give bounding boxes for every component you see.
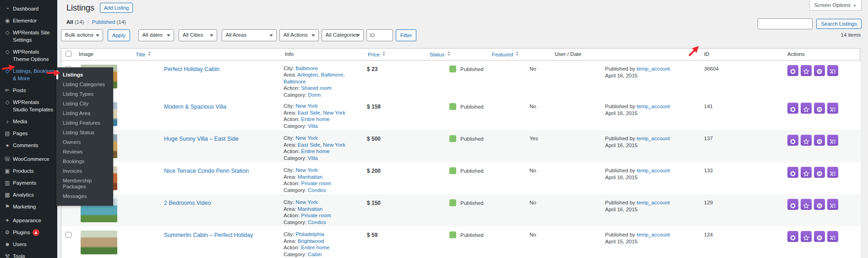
area-link[interactable]: Brightwood (298, 238, 324, 244)
sidebar-item-payments[interactable]: ▥Payments (0, 177, 57, 189)
row-action-star-button[interactable] (801, 65, 812, 76)
area-link[interactable]: Manhattan (298, 174, 322, 180)
apply-button[interactable]: Apply (108, 29, 130, 41)
row-action-percent-button[interactable] (827, 231, 838, 242)
search-listings-button[interactable]: Search Listings (816, 19, 862, 29)
row-action-percent-button[interactable] (827, 65, 838, 76)
screen-options-button[interactable]: Screen Options▼ (809, 0, 862, 11)
category-link[interactable]: Condos (308, 187, 326, 193)
all-dates-select[interactable]: All dates (138, 29, 174, 41)
row-action-ring-button[interactable] (787, 167, 798, 178)
action-link[interactable]: Shared room (301, 85, 331, 91)
column-header-price[interactable]: Price (362, 49, 424, 60)
all-cities-select[interactable]: All Cities (179, 29, 217, 41)
select-all-checkbox[interactable] (66, 51, 71, 57)
column-header-title[interactable]: Title (132, 49, 280, 60)
user-link[interactable]: temp_account (637, 104, 670, 109)
submenu-item-invoices[interactable]: Invoices (56, 166, 113, 176)
row-action-percent-button[interactable] (827, 135, 838, 146)
sidebar-item-products[interactable]: ▣Products (0, 165, 57, 177)
sidebar-item-analytics[interactable]: ▦Analytics (0, 189, 57, 201)
sidebar-item-wprentals-theme-options[interactable]: ◇WPRentals Theme Options (0, 46, 57, 65)
action-link[interactable]: Private room (301, 213, 331, 218)
user-link[interactable]: temp_account (637, 136, 670, 141)
category-link[interactable]: Dorm (308, 92, 321, 98)
row-action-percent-button[interactable] (827, 103, 838, 114)
area-link[interactable]: East Side, New York (298, 142, 345, 148)
id-filter-input[interactable] (366, 29, 393, 41)
row-action-pause-button[interactable] (814, 231, 825, 242)
user-link[interactable]: temp_account (637, 168, 670, 173)
sidebar-item-dashboard[interactable]: ◔Dashboard (0, 3, 57, 15)
listing-thumbnail[interactable] (81, 231, 117, 254)
city-link[interactable]: Baltimore (295, 66, 318, 71)
city-link[interactable]: New York (295, 103, 318, 109)
listing-title-link[interactable]: Huge Sunny Villa – East Side (164, 136, 239, 142)
view-published-link[interactable]: Published (92, 19, 115, 25)
sidebar-item-users[interactable]: ☻Users (0, 238, 57, 250)
listing-title-link[interactable]: Modern & Spacious Villa (164, 104, 226, 110)
row-action-ring-button[interactable] (787, 103, 798, 114)
sidebar-item-wprentals-studio-templates[interactable]: ◇WPRentals Studio Templates (0, 96, 57, 115)
add-listing-button[interactable]: Add Listing (100, 3, 133, 13)
action-link[interactable]: Entire home (301, 148, 329, 154)
submenu-item-listing-types[interactable]: Listing Types (56, 89, 113, 99)
submenu-item-membership-packages[interactable]: Membership Packages (56, 176, 113, 192)
row-action-pause-button[interactable] (814, 65, 825, 76)
submenu-item-reviews[interactable]: Reviews (56, 147, 113, 157)
sidebar-item-comments[interactable]: ●Comments (0, 139, 57, 151)
sidebar-item-wprentals-site-settings[interactable]: ◇WPRentals Site Settings (0, 27, 57, 46)
submenu-item-listing-status[interactable]: Listing Status (56, 128, 113, 137)
submenu-item-bookings[interactable]: Bookings (56, 157, 113, 166)
listing-title-link[interactable]: 2 Bedrooms Video (164, 200, 211, 206)
row-action-pause-button[interactable] (814, 199, 825, 210)
row-action-percent-button[interactable] (827, 199, 838, 210)
action-link[interactable]: Entire home (301, 245, 329, 250)
submenu-item-listing-city[interactable]: Listing City (56, 99, 113, 109)
view-all-link[interactable]: All (66, 19, 73, 25)
all-actions-select[interactable]: All Actions (279, 29, 319, 41)
category-link[interactable]: Villa (308, 155, 318, 161)
all-categories-select[interactable]: All Categories (322, 29, 364, 41)
listing-title-link[interactable]: Nice Terrace Condo Penn Station (164, 168, 249, 174)
category-link[interactable]: Condos (308, 220, 326, 225)
action-link[interactable]: Entire home (301, 116, 329, 122)
row-action-ring-button[interactable] (787, 135, 798, 146)
submenu-item-listing-features[interactable]: Listing Features (56, 118, 113, 128)
listing-title-link[interactable]: Perfect Holiday Cabin (164, 66, 219, 72)
action-link[interactable]: Private room (301, 181, 331, 186)
row-action-pause-button[interactable] (814, 135, 825, 146)
sidebar-item-marketing[interactable]: ⚑Marketing (0, 201, 57, 213)
listing-title-link[interactable]: Summerlin Cabin – Perfect Holiday (164, 232, 253, 238)
row-action-star-button[interactable] (801, 167, 812, 178)
row-action-star-button[interactable] (801, 231, 812, 242)
row-checkbox[interactable] (66, 232, 71, 238)
column-header-featured[interactable]: Featured (486, 49, 550, 60)
sidebar-item-woocommerce[interactable]: ⓌWooCommerce (0, 153, 57, 165)
submenu-item-listing-categories[interactable]: Listing Categories (56, 80, 113, 89)
sidebar-item-pages[interactable]: ▤Pages (0, 127, 57, 139)
row-action-star-button[interactable] (801, 135, 812, 146)
area-link[interactable]: East Side, New York (298, 110, 345, 115)
row-action-pause-button[interactable] (814, 103, 825, 114)
submenu-item-owners[interactable]: Owners (56, 137, 113, 147)
category-link[interactable]: Cabin (308, 252, 322, 257)
row-action-star-button[interactable] (801, 199, 812, 210)
sidebar-item-plugins[interactable]: ⚙Plugins4 (0, 226, 57, 238)
row-action-percent-button[interactable] (827, 167, 838, 178)
sidebar-item-media[interactable]: ♪Media (0, 115, 57, 127)
row-action-ring-button[interactable] (787, 199, 798, 210)
city-link[interactable]: New York (295, 135, 318, 141)
sidebar-item-appearance[interactable]: ✦Appearance (0, 214, 57, 226)
search-input[interactable] (758, 18, 813, 29)
city-link[interactable]: Philadelphia (295, 231, 324, 237)
user-link[interactable]: temp_account (637, 66, 670, 71)
filter-button[interactable]: Filter (396, 29, 417, 41)
row-action-star-button[interactable] (801, 103, 812, 114)
user-link[interactable]: temp_account (637, 200, 670, 205)
user-link[interactable]: temp_account (637, 232, 670, 237)
city-link[interactable]: New York (295, 199, 318, 205)
submenu-item-messages[interactable]: Messages (56, 192, 113, 201)
category-link[interactable]: Villa (308, 123, 318, 129)
city-link[interactable]: New York (295, 167, 318, 173)
